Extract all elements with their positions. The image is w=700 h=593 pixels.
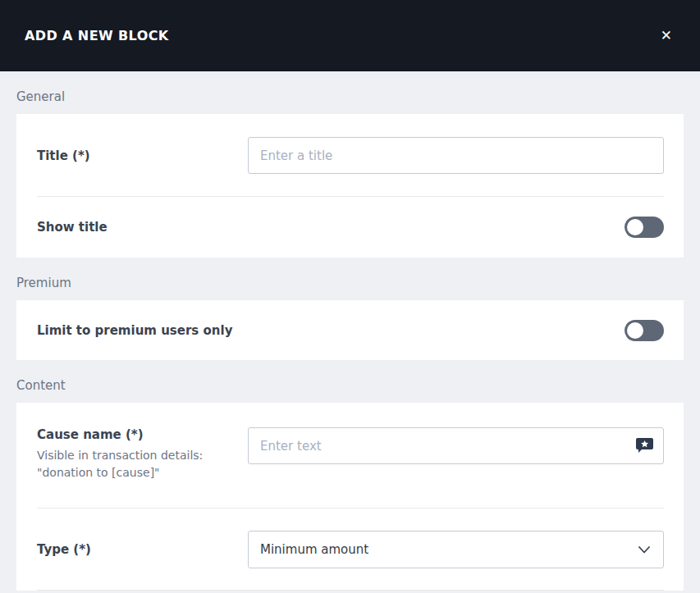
title-field-label-col: Title (*) [37, 148, 248, 163]
modal-header: ADD A NEW BLOCK ✕ [0, 0, 700, 71]
cause-name-label: Cause name (*) [37, 427, 235, 442]
show-title-toggle[interactable] [625, 217, 664, 238]
title-input-col [248, 137, 664, 174]
type-label-col: Type (*) [37, 542, 248, 557]
cause-name-caption: Visible in transaction details: "donatio… [37, 447, 235, 481]
content-card: Cause name (*) Visible in transaction de… [16, 403, 684, 591]
cause-name-input[interactable] [248, 427, 664, 464]
add-block-modal: ADD A NEW BLOCK ✕ General Title (*) Show… [0, 0, 700, 593]
title-field-row: Title (*) [37, 114, 664, 196]
type-select[interactable]: Minimum amount [248, 531, 664, 568]
divider [37, 590, 664, 591]
toggle-knob [627, 219, 643, 235]
type-select-value: Minimum amount [260, 542, 368, 557]
section-label-premium: Premium [16, 276, 684, 290]
modal-title: ADD A NEW BLOCK [25, 28, 169, 43]
premium-limit-row: Limit to premium users only [37, 300, 664, 360]
section-label-general: General [16, 89, 684, 104]
cause-caption-line2: "donation to [cause]" [37, 466, 160, 479]
section-label-content: Content [16, 378, 684, 393]
premium-limit-toggle[interactable] [625, 320, 664, 341]
general-card: Title (*) Show title [16, 114, 684, 258]
type-select-col: Minimum amount [248, 531, 664, 568]
translate-bubble-icon[interactable] [634, 436, 655, 456]
chevron-down-icon [638, 546, 650, 554]
show-title-row: Show title [37, 197, 664, 258]
cause-input-col [248, 427, 664, 464]
title-field-label: Title (*) [37, 148, 235, 163]
type-label: Type (*) [37, 542, 235, 557]
title-input[interactable] [248, 137, 664, 174]
type-row: Type (*) Minimum amount [37, 509, 664, 590]
premium-card: Limit to premium users only [16, 300, 684, 360]
premium-limit-label: Limit to premium users only [37, 323, 232, 338]
close-icon[interactable]: ✕ [657, 25, 675, 46]
cause-caption-line1: Visible in transaction details: [37, 449, 203, 462]
cause-name-label-col: Cause name (*) Visible in transaction de… [37, 427, 248, 481]
show-title-label: Show title [37, 220, 108, 235]
toggle-knob [627, 322, 643, 339]
cause-name-row: Cause name (*) Visible in transaction de… [37, 403, 664, 508]
